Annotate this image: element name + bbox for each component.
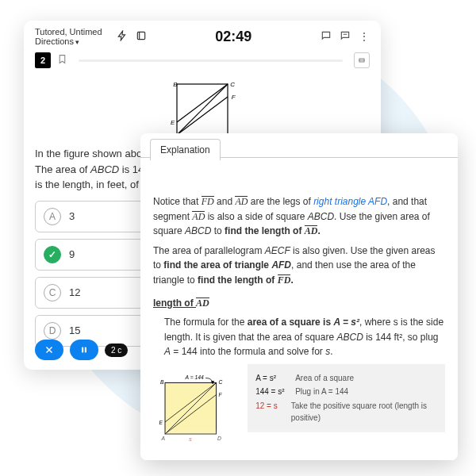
more-icon[interactable]: ⋮ — [359, 30, 370, 44]
question-header: Tutored, Untimed Directions 02:49 ⋮ — [24, 21, 381, 49]
correct-check-icon: ✓ — [44, 246, 61, 263]
svg-line-7 — [177, 97, 228, 135]
solution-steps: A = s²Area of a square 144 = s²Plug in A… — [248, 364, 445, 432]
svg-text:F: F — [219, 392, 223, 397]
svg-line-6 — [177, 84, 228, 135]
svg-text:E: E — [159, 420, 163, 425]
right-triangle-link[interactable]: right triangle AFD — [313, 196, 387, 207]
svg-text:A = 144: A = 144 — [185, 374, 204, 380]
question-count-badge[interactable]: 2 c — [105, 344, 128, 357]
svg-text:F: F — [232, 94, 236, 101]
fade-overlay — [140, 428, 458, 460]
lightning-icon[interactable] — [117, 30, 128, 44]
mode-label: Tutored, Untimed — [35, 27, 102, 36]
note-icon[interactable] — [340, 30, 351, 44]
choice-letter: A — [44, 208, 61, 225]
bookmark-icon[interactable] — [57, 53, 67, 67]
explanation-tab[interactable]: Explanation — [150, 139, 221, 160]
svg-rect-0 — [137, 32, 144, 39]
explanation-body: Notice that FD and AD are the legs of ri… — [140, 157, 458, 460]
choice-letter: C — [44, 284, 61, 301]
choice-value: 9 — [69, 248, 75, 260]
choice-value: 3 — [69, 210, 75, 222]
svg-text:B: B — [173, 81, 178, 88]
choice-letter: D — [44, 322, 61, 340]
svg-rect-18 — [85, 347, 86, 353]
progress-bar — [79, 60, 343, 62]
svg-text:E: E — [171, 119, 175, 126]
timer: 02:49 — [155, 29, 313, 45]
chat-icon[interactable] — [321, 30, 332, 44]
choice-value: 15 — [69, 324, 80, 336]
explanation-paragraph-1: Notice that FD and AD are the legs of ri… — [153, 194, 445, 239]
pause-button[interactable] — [70, 340, 98, 360]
svg-line-8 — [177, 84, 228, 122]
close-button[interactable] — [35, 340, 63, 360]
question-number: 2 — [35, 52, 51, 68]
svg-rect-17 — [82, 347, 83, 353]
question-footer: 2 c — [35, 340, 128, 360]
explanation-panel: Explanation Notice that FD and AD are th… — [140, 133, 458, 460]
svg-text:C: C — [230, 81, 235, 88]
question-number-bar: 2 — [24, 49, 381, 75]
explanation-paragraph-3: The formula for the area of a square is … — [153, 315, 445, 359]
strikeout-toggle[interactable] — [354, 52, 370, 68]
svg-text:B: B — [160, 379, 164, 385]
choice-value: 12 — [69, 286, 80, 298]
svg-text:C: C — [219, 379, 223, 385]
directions-dropdown[interactable]: Directions — [35, 36, 102, 46]
explanation-paragraph-2: The area of parallelogram AECF is also g… — [153, 244, 445, 288]
subhead-length-ad: length of AD — [153, 296, 445, 311]
book-icon[interactable] — [136, 30, 147, 44]
